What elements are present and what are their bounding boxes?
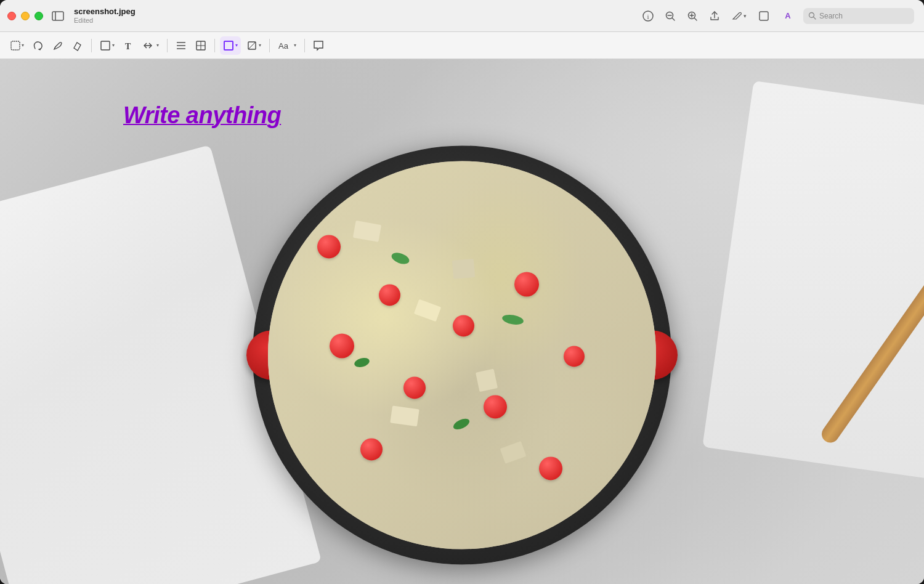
close-button[interactable]	[7, 12, 16, 20]
food-layer	[268, 161, 656, 549]
markup-a-button[interactable]: A	[777, 7, 798, 25]
chunk-4	[476, 369, 498, 392]
toolbar-divider-4	[269, 39, 270, 52]
font-dropdown-arrow: ▾	[294, 43, 296, 48]
file-info: screenshot.jpeg Edited	[74, 7, 136, 25]
svg-line-13	[814, 17, 816, 20]
pan-outer	[253, 145, 671, 564]
search-bar[interactable]: Search	[803, 8, 914, 24]
arrows-dropdown-arrow: ▾	[156, 43, 159, 48]
tomato-2	[379, 284, 400, 306]
tomato-10	[453, 315, 474, 336]
shapes-tool-button[interactable]: ▾	[97, 36, 118, 55]
file-status: Edited	[74, 17, 136, 25]
photo-background: Write anything	[0, 59, 924, 584]
search-placeholder: Search	[819, 12, 843, 20]
toolbar-divider-1	[91, 39, 92, 52]
traffic-lights	[7, 12, 43, 20]
zoom-in-button[interactable]	[684, 7, 701, 25]
tomato-9	[539, 456, 562, 480]
markup-dropdown-arrow: ▾	[744, 13, 747, 19]
tomato-8	[360, 438, 383, 460]
tomato-5	[484, 395, 507, 418]
font-style-button[interactable]: Aa ▾	[275, 36, 299, 55]
fullscreen-button[interactable]	[755, 7, 772, 25]
tomato-1	[317, 235, 341, 258]
stroke-fill-button[interactable]: ▾	[243, 36, 264, 55]
border-style-button[interactable]: ▾	[220, 36, 241, 55]
svg-rect-16	[101, 41, 110, 50]
shapes-dropdown-arrow: ▾	[112, 43, 115, 48]
toolbar: ▾ ▾	[0, 32, 924, 59]
canvas-area[interactable]: Write anything	[0, 59, 924, 584]
markup-pen-button[interactable]: ▾	[728, 7, 750, 25]
eraser-tool-button[interactable]	[69, 36, 86, 55]
svg-text:i: i	[647, 12, 649, 20]
app-window: screenshot.jpeg Edited i	[0, 0, 924, 584]
svg-rect-25	[224, 41, 233, 50]
toolbar-divider-2	[167, 39, 168, 52]
svg-line-5	[673, 18, 675, 20]
arrows-tool-button[interactable]: ▾	[140, 36, 162, 55]
info-button[interactable]: i	[639, 7, 657, 25]
svg-rect-11	[760, 12, 768, 20]
file-title: screenshot.jpeg	[74, 7, 136, 17]
svg-text:Aa: Aa	[278, 41, 289, 51]
svg-text:T: T	[125, 42, 131, 51]
share-button[interactable]	[706, 7, 723, 25]
svg-line-27	[248, 42, 256, 49]
chunk-5	[390, 405, 419, 426]
lasso-tool-button[interactable]	[30, 36, 47, 55]
zoom-out-button[interactable]	[662, 7, 679, 25]
toolbar-divider-3	[214, 39, 215, 52]
svg-rect-0	[52, 12, 63, 20]
svg-line-8	[695, 18, 697, 20]
toolbar-divider-5	[304, 39, 305, 52]
selection-dropdown-arrow: ▾	[22, 43, 24, 48]
stroke-dropdown-arrow: ▾	[259, 43, 261, 48]
annotation-text[interactable]: Write anything	[123, 102, 281, 129]
tomato-6	[564, 346, 585, 367]
maximize-button[interactable]	[34, 12, 43, 20]
sidebar-toggle-button[interactable]	[49, 9, 67, 23]
chunk-2	[452, 259, 475, 279]
comment-tool-button[interactable]	[310, 36, 327, 55]
text-tool-button[interactable]: T	[120, 36, 137, 55]
minimize-button[interactable]	[21, 12, 30, 20]
border-dropdown-arrow: ▾	[235, 43, 238, 48]
size-tool-button[interactable]	[192, 36, 209, 55]
selection-tool-button[interactable]: ▾	[7, 36, 27, 55]
pen-tool-button[interactable]	[49, 36, 67, 55]
svg-rect-14	[11, 41, 20, 50]
tomato-7	[514, 272, 539, 296]
tomato-4	[403, 376, 426, 399]
layout-tool-button[interactable]	[172, 36, 190, 55]
pan-inner	[268, 161, 656, 549]
titlebar-right-controls: i	[639, 7, 914, 25]
tomato-3	[330, 333, 354, 358]
titlebar: screenshot.jpeg Edited i	[0, 0, 924, 32]
